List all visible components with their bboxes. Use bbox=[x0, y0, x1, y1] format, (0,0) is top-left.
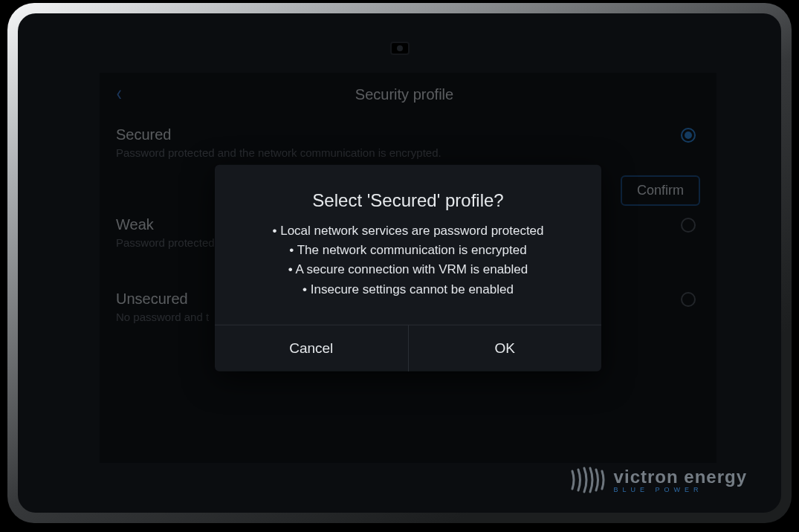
radio-unsecured[interactable] bbox=[681, 292, 696, 307]
brand-text: victron energy BLUE POWER bbox=[614, 467, 747, 493]
radio-weak[interactable] bbox=[681, 218, 696, 233]
back-chevron-icon[interactable]: ‹ bbox=[117, 79, 126, 110]
dialog-title: Select 'Secured' profile? bbox=[215, 164, 601, 221]
option-secured[interactable]: Secured Password protected and the netwo… bbox=[100, 116, 716, 171]
page-header: ‹ Security profile bbox=[100, 73, 716, 116]
dialog-bullet: • Insecure settings cannot be enabled bbox=[237, 279, 579, 299]
dialog-bullet: • Local network services are password pr… bbox=[237, 221, 579, 240]
cancel-button[interactable]: Cancel bbox=[215, 325, 408, 372]
device-frame: ‹ Security profile Secured Password prot… bbox=[7, 3, 792, 523]
brand-name: victron energy bbox=[614, 467, 747, 487]
screen: ‹ Security profile Secured Password prot… bbox=[100, 73, 716, 463]
camera-notch bbox=[390, 42, 410, 55]
option-description: Password protected and the network commu… bbox=[116, 146, 562, 159]
option-title: Secured bbox=[116, 126, 700, 143]
ok-button[interactable]: OK bbox=[408, 325, 602, 372]
brand-logo: victron energy BLUE POWER bbox=[569, 465, 747, 495]
brand-mark-icon bbox=[569, 465, 605, 495]
confirm-dialog: Select 'Secured' profile? • Local networ… bbox=[215, 164, 601, 371]
device-bezel: ‹ Security profile Secured Password prot… bbox=[18, 13, 781, 513]
radio-secured[interactable] bbox=[681, 128, 696, 143]
page-title: Security profile bbox=[128, 86, 681, 103]
dialog-body: • Local network services are password pr… bbox=[215, 221, 601, 324]
dialog-actions: Cancel OK bbox=[215, 325, 601, 372]
dialog-bullet: • The network communication is encrypted bbox=[237, 241, 579, 260]
dialog-bullet: • A secure connection with VRM is enable… bbox=[237, 260, 579, 279]
confirm-button[interactable]: Confirm bbox=[621, 175, 700, 206]
